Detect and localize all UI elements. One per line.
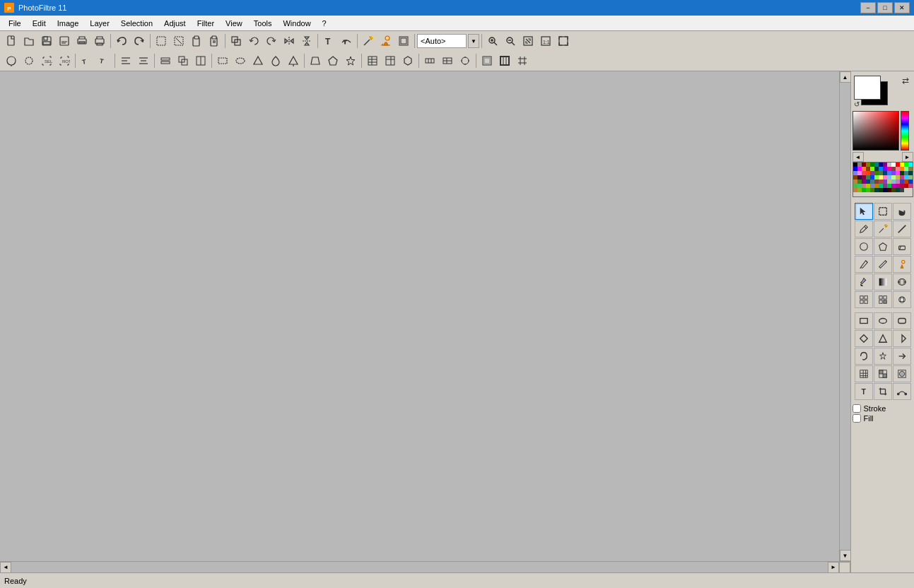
pen-tool[interactable] [855, 256, 873, 273]
lasso-shape[interactable] [855, 348, 873, 365]
vscroll-track[interactable] [840, 83, 851, 550]
magic-wand-tool[interactable] [874, 220, 892, 237]
gradient-tool[interactable] [874, 274, 892, 290]
open-button[interactable] [20, 33, 37, 49]
rotate-left-button[interactable] [245, 33, 262, 49]
align-center-button[interactable] [135, 53, 152, 69]
redo-button[interactable] [131, 33, 148, 49]
print-button[interactable] [91, 33, 108, 49]
stamp-tool[interactable] [893, 256, 911, 273]
color-gradient[interactable] [853, 111, 899, 151]
mosaic-tool[interactable] [855, 291, 873, 308]
grid-shape[interactable] [855, 365, 873, 382]
brush-tool[interactable] [874, 291, 892, 308]
polygon-select-tool[interactable] [874, 238, 892, 255]
canvas-area[interactable] [0, 71, 839, 561]
print-setup-button[interactable] [74, 33, 90, 49]
hue-bar[interactable] [901, 111, 909, 151]
menu-help[interactable]: ? [317, 16, 332, 30]
line-tool[interactable] [893, 220, 911, 237]
fit-window-button[interactable] [520, 33, 537, 49]
arrange-button[interactable] [175, 53, 192, 69]
paint-bucket-tool[interactable] [855, 274, 873, 290]
pointer-tool[interactable] [855, 203, 873, 220]
maximize-button[interactable]: □ [877, 2, 893, 13]
zoom-input[interactable] [417, 34, 467, 48]
menu-tools[interactable]: Tools [248, 16, 278, 30]
lasso2-button[interactable] [20, 53, 37, 69]
hscroll-left[interactable]: ◄ [0, 562, 11, 573]
ellipse-shape[interactable] [874, 312, 892, 329]
calibration-button[interactable] [457, 53, 474, 69]
rect-shape[interactable] [855, 312, 873, 329]
menu-image[interactable]: Image [52, 16, 85, 30]
grid-button[interactable] [514, 53, 531, 69]
crop-shape[interactable] [874, 383, 892, 400]
color-replace-tool[interactable] [893, 274, 911, 290]
text-left-button[interactable]: T [78, 53, 95, 69]
table2-button[interactable] [382, 53, 399, 69]
warp-shape[interactable] [893, 383, 911, 400]
hscroll-right[interactable]: ► [828, 562, 839, 573]
undo-button[interactable] [113, 33, 130, 49]
close-button[interactable]: ✕ [894, 2, 910, 13]
ellipse-select-button[interactable] [232, 53, 249, 69]
paste-clipboard-button[interactable] [206, 33, 223, 49]
defringe-tool[interactable] [893, 291, 911, 308]
rounded-rect-shape[interactable] [893, 312, 911, 329]
menu-edit[interactable]: Edit [27, 16, 52, 30]
menu-view[interactable]: View [220, 16, 248, 30]
horizontal-scrollbar[interactable]: ◄ ► [0, 561, 850, 572]
vscroll-down[interactable]: ▼ [840, 550, 851, 561]
resize-button[interactable] [228, 33, 245, 49]
strip-button[interactable] [421, 53, 438, 69]
save-button[interactable] [38, 33, 55, 49]
pentagon-button[interactable] [324, 53, 341, 69]
zoom-dropdown-arrow[interactable]: ▼ [468, 34, 479, 48]
strip2-button[interactable] [439, 53, 456, 69]
flip-h-button[interactable] [281, 33, 298, 49]
eyedropper-tool[interactable] [855, 220, 873, 237]
fill-checkbox[interactable] [853, 414, 861, 423]
text-shape[interactable]: T [855, 383, 873, 400]
color-picker[interactable] [853, 111, 913, 151]
menu-adjust[interactable]: Adjust [158, 16, 192, 30]
custom-shape[interactable] [893, 365, 911, 382]
arrow-shape[interactable] [893, 348, 911, 365]
fullscreen-button[interactable] [555, 33, 572, 49]
rect-select-button[interactable] [214, 53, 231, 69]
palette-prev[interactable]: ◄ [853, 152, 864, 162]
new-button[interactable] [3, 33, 20, 49]
trapezoid-button[interactable] [307, 53, 324, 69]
paste-button[interactable] [188, 33, 205, 49]
star-shape[interactable] [874, 348, 892, 365]
select-all-button[interactable] [153, 33, 170, 49]
lasso-tool[interactable] [855, 238, 873, 255]
star-button[interactable] [342, 53, 359, 69]
arrow-triangle-button[interactable] [285, 53, 302, 69]
calligraphy-tool[interactable] [874, 256, 892, 273]
menu-filter[interactable]: Filter [192, 16, 220, 30]
zoom-in-button[interactable] [484, 33, 501, 49]
diamond-shape[interactable] [855, 330, 873, 347]
menu-file[interactable]: File [3, 16, 27, 30]
border2-button[interactable] [496, 53, 513, 69]
text-right-button[interactable]: T [95, 53, 112, 69]
select-rect-button[interactable]: SEL [38, 53, 55, 69]
triangle-button[interactable] [250, 53, 266, 69]
merge-button[interactable] [192, 53, 209, 69]
hand-tool[interactable] [893, 203, 911, 220]
menu-selection[interactable]: Selection [115, 16, 158, 30]
flatten-button[interactable] [157, 53, 174, 69]
text-button[interactable]: T [320, 33, 337, 49]
right-triangle-shape[interactable] [893, 330, 911, 347]
border-button[interactable] [479, 53, 496, 69]
triangle-shape[interactable] [874, 330, 892, 347]
hexagon-button[interactable] [399, 53, 416, 69]
magic-wand-button[interactable] [360, 33, 377, 49]
align-left-button[interactable] [117, 53, 134, 69]
palette-next[interactable]: ► [902, 152, 913, 162]
vertical-scrollbar[interactable]: ▲ ▼ [839, 71, 850, 561]
frame-button[interactable] [395, 33, 412, 49]
text-warp-button[interactable]: T [338, 33, 355, 49]
